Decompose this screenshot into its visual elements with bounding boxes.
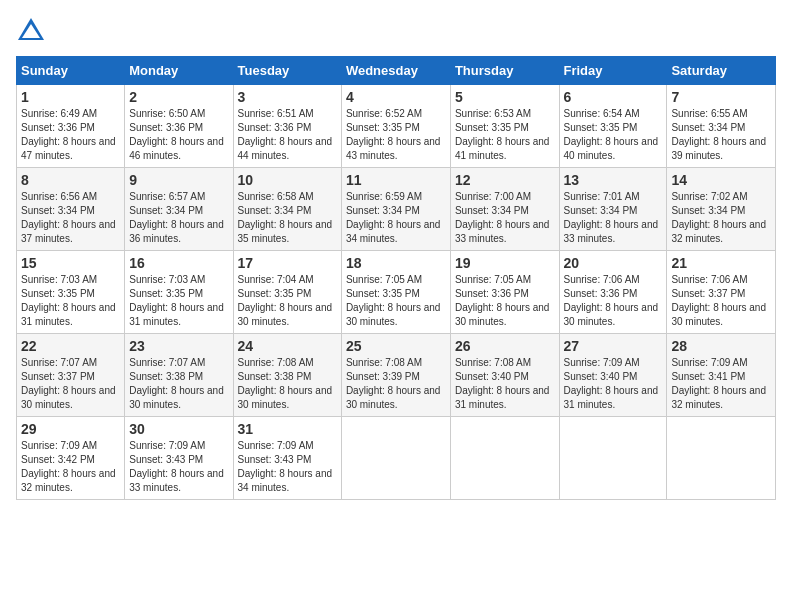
day-number: 13 [564, 172, 663, 188]
calendar-day-cell [450, 417, 559, 500]
day-info: Sunrise: 6:59 AMSunset: 3:34 PMDaylight:… [346, 191, 441, 244]
day-info: Sunrise: 7:09 AMSunset: 3:42 PMDaylight:… [21, 440, 116, 493]
day-number: 12 [455, 172, 555, 188]
day-info: Sunrise: 7:05 AMSunset: 3:35 PMDaylight:… [346, 274, 441, 327]
day-number: 4 [346, 89, 446, 105]
calendar-day-cell: 8Sunrise: 6:56 AMSunset: 3:34 PMDaylight… [17, 168, 125, 251]
day-info: Sunrise: 7:06 AMSunset: 3:36 PMDaylight:… [564, 274, 659, 327]
day-number: 7 [671, 89, 771, 105]
day-number: 6 [564, 89, 663, 105]
day-number: 21 [671, 255, 771, 271]
day-info: Sunrise: 7:07 AMSunset: 3:37 PMDaylight:… [21, 357, 116, 410]
day-info: Sunrise: 7:09 AMSunset: 3:43 PMDaylight:… [129, 440, 224, 493]
calendar-day-cell: 11Sunrise: 6:59 AMSunset: 3:34 PMDayligh… [341, 168, 450, 251]
calendar-day-header: Tuesday [233, 57, 341, 85]
day-number: 10 [238, 172, 337, 188]
calendar-table: SundayMondayTuesdayWednesdayThursdayFrid… [16, 56, 776, 500]
calendar-day-cell: 3Sunrise: 6:51 AMSunset: 3:36 PMDaylight… [233, 85, 341, 168]
day-number: 2 [129, 89, 228, 105]
day-number: 17 [238, 255, 337, 271]
day-info: Sunrise: 7:03 AMSunset: 3:35 PMDaylight:… [129, 274, 224, 327]
calendar-day-cell: 5Sunrise: 6:53 AMSunset: 3:35 PMDaylight… [450, 85, 559, 168]
calendar-week-row: 22Sunrise: 7:07 AMSunset: 3:37 PMDayligh… [17, 334, 776, 417]
calendar-day-cell: 18Sunrise: 7:05 AMSunset: 3:35 PMDayligh… [341, 251, 450, 334]
logo-icon [16, 16, 46, 46]
calendar-day-cell: 4Sunrise: 6:52 AMSunset: 3:35 PMDaylight… [341, 85, 450, 168]
calendar-day-header: Monday [125, 57, 233, 85]
day-info: Sunrise: 6:53 AMSunset: 3:35 PMDaylight:… [455, 108, 550, 161]
day-info: Sunrise: 6:50 AMSunset: 3:36 PMDaylight:… [129, 108, 224, 161]
day-info: Sunrise: 7:01 AMSunset: 3:34 PMDaylight:… [564, 191, 659, 244]
day-info: Sunrise: 6:57 AMSunset: 3:34 PMDaylight:… [129, 191, 224, 244]
day-number: 14 [671, 172, 771, 188]
calendar-day-cell: 9Sunrise: 6:57 AMSunset: 3:34 PMDaylight… [125, 168, 233, 251]
day-number: 19 [455, 255, 555, 271]
day-number: 31 [238, 421, 337, 437]
calendar-day-header: Saturday [667, 57, 776, 85]
calendar-day-cell: 17Sunrise: 7:04 AMSunset: 3:35 PMDayligh… [233, 251, 341, 334]
calendar-day-cell: 12Sunrise: 7:00 AMSunset: 3:34 PMDayligh… [450, 168, 559, 251]
day-info: Sunrise: 7:08 AMSunset: 3:39 PMDaylight:… [346, 357, 441, 410]
day-number: 29 [21, 421, 120, 437]
day-info: Sunrise: 6:55 AMSunset: 3:34 PMDaylight:… [671, 108, 766, 161]
day-number: 15 [21, 255, 120, 271]
day-info: Sunrise: 7:08 AMSunset: 3:38 PMDaylight:… [238, 357, 333, 410]
day-info: Sunrise: 7:05 AMSunset: 3:36 PMDaylight:… [455, 274, 550, 327]
calendar-day-cell: 23Sunrise: 7:07 AMSunset: 3:38 PMDayligh… [125, 334, 233, 417]
day-number: 25 [346, 338, 446, 354]
day-number: 23 [129, 338, 228, 354]
day-number: 26 [455, 338, 555, 354]
calendar-day-cell: 27Sunrise: 7:09 AMSunset: 3:40 PMDayligh… [559, 334, 667, 417]
page-header [16, 16, 776, 46]
calendar-day-cell: 28Sunrise: 7:09 AMSunset: 3:41 PMDayligh… [667, 334, 776, 417]
calendar-day-cell: 14Sunrise: 7:02 AMSunset: 3:34 PMDayligh… [667, 168, 776, 251]
day-info: Sunrise: 7:04 AMSunset: 3:35 PMDaylight:… [238, 274, 333, 327]
day-number: 8 [21, 172, 120, 188]
day-number: 1 [21, 89, 120, 105]
calendar-day-header: Wednesday [341, 57, 450, 85]
day-info: Sunrise: 7:09 AMSunset: 3:40 PMDaylight:… [564, 357, 659, 410]
day-info: Sunrise: 6:51 AMSunset: 3:36 PMDaylight:… [238, 108, 333, 161]
day-info: Sunrise: 6:49 AMSunset: 3:36 PMDaylight:… [21, 108, 116, 161]
day-info: Sunrise: 7:09 AMSunset: 3:41 PMDaylight:… [671, 357, 766, 410]
calendar-week-row: 1Sunrise: 6:49 AMSunset: 3:36 PMDaylight… [17, 85, 776, 168]
calendar-day-header: Friday [559, 57, 667, 85]
day-number: 3 [238, 89, 337, 105]
calendar-week-row: 8Sunrise: 6:56 AMSunset: 3:34 PMDaylight… [17, 168, 776, 251]
calendar-day-header: Sunday [17, 57, 125, 85]
day-number: 24 [238, 338, 337, 354]
calendar-day-cell: 22Sunrise: 7:07 AMSunset: 3:37 PMDayligh… [17, 334, 125, 417]
day-number: 27 [564, 338, 663, 354]
day-info: Sunrise: 7:02 AMSunset: 3:34 PMDaylight:… [671, 191, 766, 244]
calendar-day-cell: 21Sunrise: 7:06 AMSunset: 3:37 PMDayligh… [667, 251, 776, 334]
calendar-day-cell: 31Sunrise: 7:09 AMSunset: 3:43 PMDayligh… [233, 417, 341, 500]
calendar-day-header: Thursday [450, 57, 559, 85]
calendar-header-row: SundayMondayTuesdayWednesdayThursdayFrid… [17, 57, 776, 85]
calendar-day-cell: 26Sunrise: 7:08 AMSunset: 3:40 PMDayligh… [450, 334, 559, 417]
calendar-day-cell: 6Sunrise: 6:54 AMSunset: 3:35 PMDaylight… [559, 85, 667, 168]
day-number: 22 [21, 338, 120, 354]
day-number: 30 [129, 421, 228, 437]
calendar-day-cell: 15Sunrise: 7:03 AMSunset: 3:35 PMDayligh… [17, 251, 125, 334]
day-number: 5 [455, 89, 555, 105]
calendar-day-cell [559, 417, 667, 500]
day-number: 28 [671, 338, 771, 354]
calendar-day-cell [341, 417, 450, 500]
day-info: Sunrise: 6:56 AMSunset: 3:34 PMDaylight:… [21, 191, 116, 244]
calendar-day-cell: 7Sunrise: 6:55 AMSunset: 3:34 PMDaylight… [667, 85, 776, 168]
calendar-day-cell: 10Sunrise: 6:58 AMSunset: 3:34 PMDayligh… [233, 168, 341, 251]
day-number: 9 [129, 172, 228, 188]
day-info: Sunrise: 7:03 AMSunset: 3:35 PMDaylight:… [21, 274, 116, 327]
calendar-day-cell: 24Sunrise: 7:08 AMSunset: 3:38 PMDayligh… [233, 334, 341, 417]
calendar-day-cell: 25Sunrise: 7:08 AMSunset: 3:39 PMDayligh… [341, 334, 450, 417]
day-info: Sunrise: 6:54 AMSunset: 3:35 PMDaylight:… [564, 108, 659, 161]
day-info: Sunrise: 7:08 AMSunset: 3:40 PMDaylight:… [455, 357, 550, 410]
day-number: 18 [346, 255, 446, 271]
calendar-day-cell: 13Sunrise: 7:01 AMSunset: 3:34 PMDayligh… [559, 168, 667, 251]
calendar-week-row: 29Sunrise: 7:09 AMSunset: 3:42 PMDayligh… [17, 417, 776, 500]
calendar-day-cell: 30Sunrise: 7:09 AMSunset: 3:43 PMDayligh… [125, 417, 233, 500]
day-info: Sunrise: 7:09 AMSunset: 3:43 PMDaylight:… [238, 440, 333, 493]
calendar-day-cell: 29Sunrise: 7:09 AMSunset: 3:42 PMDayligh… [17, 417, 125, 500]
day-number: 20 [564, 255, 663, 271]
calendar-day-cell: 20Sunrise: 7:06 AMSunset: 3:36 PMDayligh… [559, 251, 667, 334]
